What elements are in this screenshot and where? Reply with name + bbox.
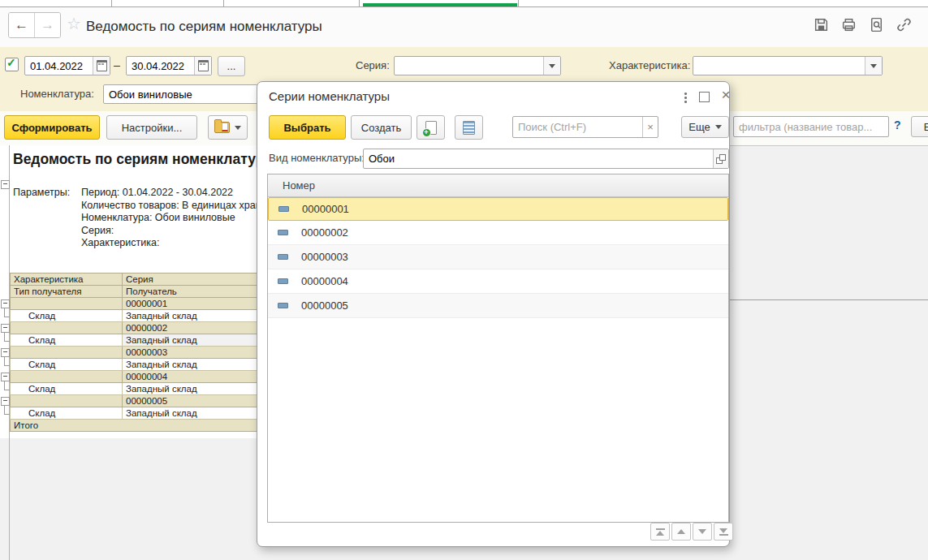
parameter-line: Период: 01.04.2022 - 30.04.2022 (81, 187, 283, 200)
date-from-calendar-button[interactable] (93, 57, 110, 75)
kind-open-button[interactable] (713, 149, 728, 168)
back-button[interactable]: ← (9, 13, 34, 37)
nomenclature-input[interactable] (104, 88, 283, 101)
go-last-button[interactable] (714, 523, 733, 541)
table-total-row: Итого (11, 420, 285, 432)
characteristic-field (693, 56, 883, 75)
date-from-input[interactable] (25, 60, 93, 72)
form-more-button[interactable]: Еще (911, 116, 928, 137)
create-element-button[interactable] (417, 115, 445, 140)
maximize-icon[interactable] (699, 92, 710, 102)
go-first-icon (656, 528, 665, 530)
dropdown-caret-icon (549, 64, 555, 68)
cell[interactable] (11, 298, 123, 310)
tab-strip (0, 0, 928, 7)
list-mode-icon (463, 121, 475, 135)
series-number: 00000002 (301, 226, 348, 239)
list-item[interactable]: 00000004 (268, 269, 728, 294)
link-button[interactable] (894, 15, 913, 34)
dialog-more-button[interactable]: Еще (681, 116, 729, 138)
report-table: Характеристика Серия Тип получателя Полу… (10, 273, 285, 432)
kind-input[interactable] (364, 153, 713, 165)
characteristic-label: Характеристика: (609, 59, 690, 71)
generate-button[interactable]: Сформировать (4, 115, 100, 140)
cell[interactable] (11, 371, 123, 383)
list-item[interactable]: 00000002 (268, 221, 728, 245)
create-button[interactable]: Создать (351, 115, 412, 140)
table-header-row: Тип получателя Получатель (11, 286, 285, 298)
link-icon (896, 16, 913, 33)
save-icon (813, 16, 830, 33)
cell[interactable] (11, 395, 123, 407)
go-last-icon (719, 528, 727, 533)
go-first-button[interactable] (650, 523, 670, 541)
header-actions (811, 15, 913, 34)
table-row: 00000003 (11, 347, 285, 359)
settings-button[interactable]: Настройки... (106, 115, 197, 140)
active-tab-indicator (363, 3, 517, 6)
date-to-input[interactable] (127, 60, 194, 72)
group-bracket (4, 308, 10, 317)
select-button[interactable]: Выбрать (269, 115, 346, 140)
more-label: Еще (688, 121, 710, 133)
table-row: Склад Западный склад (11, 383, 285, 395)
cell[interactable] (11, 347, 123, 359)
list-item[interactable]: 00000001 (268, 197, 728, 221)
date-from-field (24, 56, 110, 75)
dropdown-caret-icon (235, 126, 241, 130)
table-row: Склад Западный склад (11, 334, 285, 347)
history-nav: ← → (8, 12, 61, 38)
preview-button[interactable] (866, 15, 886, 34)
list-item[interactable]: 00000003 (268, 245, 728, 269)
report-title: Ведомость по сериям номенклатуры (13, 151, 276, 168)
cell[interactable]: Склад (11, 383, 123, 395)
close-icon[interactable]: × (719, 85, 733, 103)
application-window: ← → ☆ Ведомость по сериям номенклатуры (0, 0, 928, 560)
group-bracket (4, 381, 10, 390)
search-input[interactable] (513, 117, 642, 137)
period-more-button[interactable]: ... (218, 56, 245, 76)
cell[interactable] (11, 322, 123, 334)
period-checkbox[interactable] (5, 58, 19, 71)
total-cell[interactable]: Итого (11, 420, 285, 432)
forward-button[interactable]: → (34, 13, 60, 37)
cell[interactable]: Склад (11, 407, 123, 420)
header-cell[interactable]: Характеристика (11, 274, 123, 286)
report-collapse-button[interactable] (1, 180, 10, 189)
help-button[interactable]: ? (894, 118, 901, 131)
go-up-button[interactable] (671, 523, 691, 541)
clear-search-button[interactable]: × (642, 117, 658, 137)
series-dropdown-button[interactable] (543, 57, 560, 75)
header-cell[interactable]: Тип получателя (11, 286, 123, 298)
series-input[interactable] (395, 60, 543, 72)
parameter-line: Характеристика: (81, 237, 283, 250)
characteristic-input[interactable] (693, 60, 865, 72)
go-down-icon (698, 529, 706, 534)
list-item[interactable]: 00000005 (268, 294, 728, 318)
save-button[interactable] (811, 15, 831, 34)
search-field: × (512, 116, 658, 138)
table-row: 00000002 (11, 322, 285, 334)
go-down-button[interactable] (693, 523, 712, 541)
date-to-calendar-button[interactable] (194, 57, 211, 75)
column-header-number[interactable]: Номер (268, 174, 728, 197)
report-variants-folder-icon (214, 122, 230, 133)
forward-icon: → (41, 17, 54, 33)
series-number: 00000003 (301, 251, 348, 263)
cell[interactable]: Склад (11, 359, 123, 371)
nomenclature-label: Номенклатура: (20, 88, 94, 100)
report-variants-button[interactable] (208, 115, 248, 140)
cell[interactable]: Склад (11, 334, 123, 347)
list-mode-button[interactable] (455, 115, 483, 140)
table-row: Склад Западный склад (11, 310, 285, 322)
row-dash-icon (278, 303, 288, 308)
print-button[interactable] (839, 15, 858, 34)
cell[interactable]: Склад (11, 310, 123, 322)
create-element-icon (425, 121, 437, 135)
quick-filter-input[interactable] (734, 121, 888, 133)
more-menu-dots-icon[interactable] (680, 91, 691, 104)
series-number: 00000004 (301, 275, 348, 287)
favorite-star-icon[interactable]: ☆ (67, 14, 81, 33)
characteristic-dropdown-button[interactable] (865, 57, 882, 75)
parameters-label: Параметры: (13, 187, 70, 200)
